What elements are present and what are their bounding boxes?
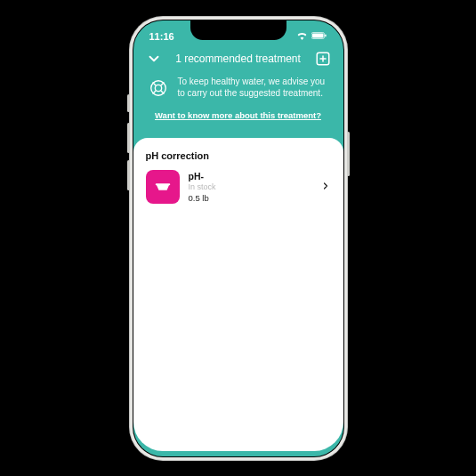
product-quantity: 0.5 lb [189, 193, 311, 203]
status-time: 11:16 [149, 31, 174, 42]
app-screen: 11:16 1 recommended treatment [133, 20, 343, 456]
stock-status: In stock [189, 182, 311, 191]
advisory-text: To keep healthy water, we advise you to … [178, 76, 329, 100]
know-more-link[interactable]: Want to know more about this treatment? [146, 110, 331, 120]
battery-icon [311, 31, 327, 42]
chevron-right-icon [320, 179, 331, 195]
phone-frame: 11:16 1 recommended treatment [129, 16, 348, 461]
svg-rect-2 [325, 34, 326, 36]
silence-switch [127, 94, 130, 112]
device-notch [190, 20, 286, 40]
product-icon [146, 170, 180, 204]
product-name: pH- [189, 171, 311, 182]
header-title: 1 recommended treatment [175, 52, 301, 65]
add-button[interactable] [315, 51, 331, 67]
svg-rect-1 [312, 33, 323, 37]
wifi-icon [296, 31, 308, 42]
header: 1 recommended treatment To keep healthy … [133, 47, 343, 133]
volume-down [127, 160, 130, 190]
volume-up [127, 123, 130, 153]
svg-point-5 [155, 85, 161, 91]
collapse-icon[interactable] [146, 51, 162, 67]
lifebuoy-icon [148, 77, 169, 99]
treatment-card: pH correction pH- In stock 0.5 lb [133, 138, 343, 451]
treatment-row[interactable]: pH- In stock 0.5 lb [146, 170, 331, 204]
advisory-banner: To keep healthy water, we advise you to … [146, 76, 331, 107]
power-button [347, 132, 350, 176]
section-title: pH correction [146, 150, 331, 161]
